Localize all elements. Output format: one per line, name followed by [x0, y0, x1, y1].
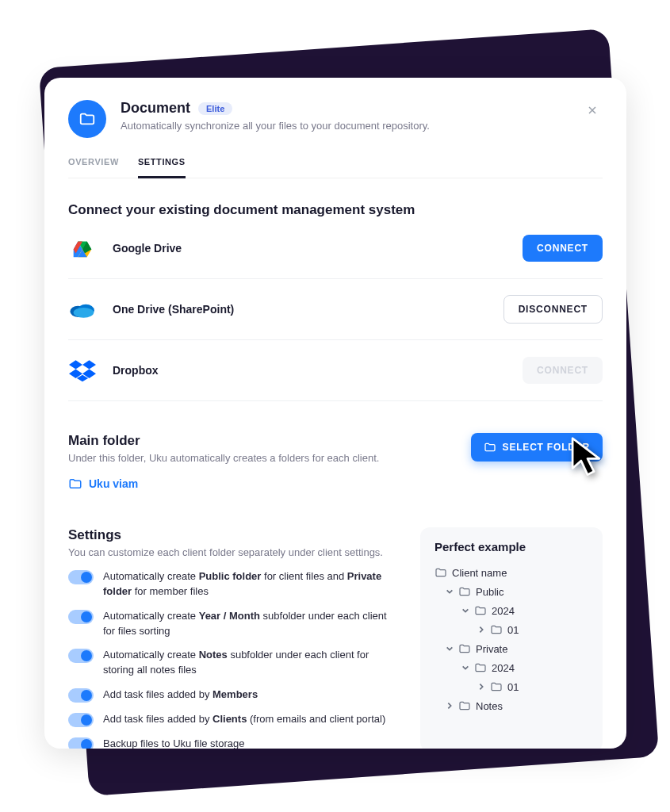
tab-overview[interactable]: OVERVIEW: [68, 157, 119, 178]
folder-icon: [490, 623, 503, 636]
close-icon[interactable]: [582, 100, 603, 121]
tree-row-client: Client name: [435, 563, 588, 582]
settings-toggle-item: Automatically create Year / Month subfol…: [68, 609, 398, 639]
modal-title: Document: [121, 100, 190, 117]
svg-marker-9: [69, 360, 82, 369]
connect-button[interactable]: CONNECT: [523, 235, 603, 262]
tree-row-notes[interactable]: Notes: [435, 696, 588, 715]
elite-badge: Elite: [198, 102, 232, 115]
toggle-switch[interactable]: [68, 688, 94, 703]
provider-name: Dropbox: [113, 364, 159, 377]
provider-dropbox: Dropbox CONNECT: [68, 340, 603, 401]
settings-subtitle: You can customize each client folder sep…: [68, 546, 398, 558]
tree-row-private-month[interactable]: 01: [435, 677, 588, 696]
modal-subtitle: Automatically synchronize all your files…: [121, 120, 568, 132]
tab-settings[interactable]: SETTINGS: [138, 157, 186, 178]
dropbox-icon: [68, 356, 97, 385]
tab-bar: OVERVIEW SETTINGS: [68, 157, 603, 178]
current-folder-name: Uku viam: [89, 477, 138, 490]
folder-icon: [435, 566, 447, 579]
mainfolder-title: Main folder: [68, 433, 455, 449]
chevron-down-icon: [446, 645, 454, 653]
settings-toggle-item: Automatically create Public folder for c…: [68, 569, 398, 599]
document-icon: [68, 100, 106, 138]
tree-row-public[interactable]: Public: [435, 582, 588, 601]
toggle-label: Automatically create Public folder for c…: [103, 569, 398, 599]
settings-toggle-item: Backup files to Uku file storage: [68, 737, 398, 749]
settings-title: Settings: [68, 527, 398, 543]
example-title: Perfect example: [435, 540, 588, 553]
chevron-right-icon: [477, 683, 485, 691]
folder-icon: [484, 441, 496, 454]
tree-row-private[interactable]: Private: [435, 639, 588, 658]
tree-row-public-month[interactable]: 01: [435, 620, 588, 639]
current-folder-link[interactable]: Uku viam: [68, 477, 455, 491]
mainfolder-subtitle: Under this folder, Uku automatically cre…: [68, 452, 455, 464]
toggle-switch[interactable]: [68, 570, 94, 584]
settings-toggle-item: Add task files added by Clients (from em…: [68, 712, 398, 727]
google-drive-icon: [68, 234, 97, 262]
folder-icon: [490, 680, 503, 693]
toggle-switch[interactable]: [68, 713, 94, 727]
folder-icon: [458, 585, 471, 598]
provider-google-drive: Google Drive CONNECT: [68, 218, 603, 279]
folder-icon: [474, 661, 487, 674]
toggle-label: Add task files added by Clients (from em…: [103, 712, 385, 727]
svg-marker-10: [82, 360, 96, 369]
toggle-label: Automatically create Year / Month subfol…: [103, 609, 398, 639]
folder-icon: [68, 477, 82, 491]
chevron-down-icon: [461, 607, 469, 615]
tree-row-public-year[interactable]: 2024: [435, 601, 588, 620]
select-folder-button[interactable]: SELECT FOLDER: [471, 433, 603, 462]
onedrive-icon: [68, 295, 97, 324]
folder-icon: [458, 642, 471, 655]
tree-row-private-year[interactable]: 2024: [435, 658, 588, 677]
chevron-down-icon: [446, 588, 454, 596]
connect-title: Connect your existing document managemen…: [68, 202, 603, 218]
toggle-switch[interactable]: [68, 610, 94, 624]
select-folder-label: SELECT FOLDER: [503, 442, 590, 453]
document-settings-modal: Document Elite Automatically synchronize…: [44, 78, 626, 749]
toggle-label: Automatically create Notes subfolder und…: [103, 648, 398, 678]
toggle-label: Add task files added by Members: [103, 688, 258, 703]
toggle-label: Backup files to Uku file storage: [103, 737, 244, 749]
provider-onedrive: One Drive (SharePoint) DISCONNECT: [68, 279, 603, 340]
provider-name: Google Drive: [113, 242, 182, 255]
toggle-switch[interactable]: [68, 737, 94, 749]
connect-button-disabled: CONNECT: [523, 357, 603, 384]
disconnect-button[interactable]: DISCONNECT: [503, 295, 603, 324]
chevron-right-icon: [477, 626, 485, 634]
folder-icon: [458, 699, 471, 712]
provider-name: One Drive (SharePoint): [113, 303, 234, 316]
chevron-right-icon: [446, 702, 454, 710]
example-panel: Perfect example Client name Public: [420, 527, 603, 749]
settings-toggle-item: Add task files added by Members: [68, 688, 398, 703]
folder-icon: [474, 604, 487, 617]
chevron-down-icon: [461, 664, 469, 672]
settings-toggle-list: Automatically create Public folder for c…: [68, 569, 398, 749]
toggle-switch[interactable]: [68, 649, 94, 663]
settings-toggle-item: Automatically create Notes subfolder und…: [68, 648, 398, 678]
svg-point-8: [74, 308, 94, 318]
